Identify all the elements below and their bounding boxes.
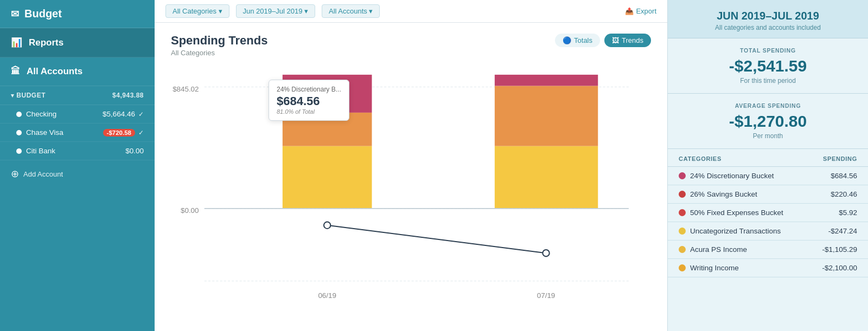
rp-avg-value: -$1,270.80 — [679, 112, 857, 131]
trends-button[interactable]: 🖼 Trends — [604, 34, 651, 47]
category-amount: $220.46 — [831, 190, 857, 198]
sidebar-item-label-accounts: All Accounts — [27, 66, 82, 77]
totals-button[interactable]: 🔵 Totals — [555, 34, 600, 47]
account-amount-citi: $0.00 — [125, 147, 144, 155]
rp-avg-sub: Per month — [679, 132, 857, 140]
bar-jul-fixed — [495, 146, 598, 209]
main-content: All Categories ▾ Jun 2019–Jul 2019 ▾ All… — [155, 0, 667, 331]
budget-label: ▾ BUDGET — [11, 92, 46, 99]
category-name: Writing Income — [690, 264, 739, 272]
category-list: 24% Discretionary Bucket $684.56 26% Sav… — [668, 167, 868, 277]
rp-avg-label: AVERAGE SPENDING — [679, 102, 857, 109]
category-amount: -$1,105.29 — [822, 245, 857, 254]
budget-total: $4,943.88 — [112, 92, 144, 99]
category-amount: $684.56 — [831, 172, 857, 180]
bank-icon: 🏛 — [11, 66, 20, 77]
chart-svg: $845.02 $0.00 — [171, 63, 651, 320]
rp-total-label: TOTAL SPENDING — [679, 47, 857, 54]
category-dot — [679, 191, 686, 198]
bar-jun-fixed — [283, 146, 372, 209]
trend-dot-jun — [324, 222, 330, 229]
category-row: Acura PS Income -$1,105.29 — [668, 241, 868, 259]
right-panel: JUN 2019–JUL 2019 All categories and acc… — [667, 0, 868, 331]
svg-text:$0.00: $0.00 — [181, 206, 199, 215]
category-name: 26% Savings Bucket — [690, 190, 757, 198]
add-circle-icon: ⊕ — [11, 168, 19, 180]
category-name: 50% Fixed Expenses Bucket — [690, 209, 783, 217]
category-row: Uncategorized Transactions -$247.24 — [668, 222, 868, 241]
sidebar-item-all-accounts[interactable]: 🏛 All Accounts — [0, 57, 155, 86]
account-name-citi: Citi Bank — [26, 147, 55, 155]
chart-icon: 🖼 — [612, 36, 619, 44]
filter-categories[interactable]: All Categories ▾ — [165, 4, 229, 18]
app-title: Budget — [24, 8, 62, 20]
chart-header: Spending Trends All Categories 🔵 Totals … — [171, 34, 651, 57]
chart-subtitle: All Categories — [171, 49, 267, 57]
category-amount: $5.92 — [839, 209, 857, 217]
rp-date-section: JUN 2019–JUL 2019 All categories and acc… — [668, 0, 868, 38]
rp-avg-spending: AVERAGE SPENDING -$1,270.80 Per month — [668, 94, 868, 149]
category-dot — [679, 264, 686, 271]
account-citi-bank[interactable]: Citi Bank $0.00 — [0, 142, 155, 160]
export-button[interactable]: 📤 Export — [625, 7, 656, 15]
rp-date-sub: All categories and accounts included — [679, 24, 857, 31]
top-bar: All Categories ▾ Jun 2019–Jul 2019 ▾ All… — [155, 0, 667, 23]
account-dot-chase — [16, 130, 22, 135]
category-name: Acura PS Income — [690, 245, 747, 254]
rp-total-spending: TOTAL SPENDING -$2,541.59 For this time … — [668, 38, 868, 94]
add-account-label: Add Account — [23, 170, 63, 178]
rp-total-sub: For this time period — [679, 77, 857, 85]
category-row: 26% Savings Bucket $220.46 — [668, 185, 868, 204]
bar-jul-savings — [495, 86, 598, 146]
account-dot-citi — [16, 148, 22, 154]
account-amount-chase: -$720.58 — [103, 129, 135, 137]
filter-date[interactable]: Jun 2019–Jul 2019 ▾ — [236, 4, 315, 18]
category-dot — [679, 172, 686, 179]
sidebar-item-reports[interactable]: 📊 Reports — [0, 28, 155, 57]
trend-dot-jul — [542, 250, 549, 256]
svg-text:07/19: 07/19 — [537, 291, 555, 300]
pie-icon: 🔵 — [563, 36, 571, 44]
chart-area: Spending Trends All Categories 🔵 Totals … — [155, 23, 667, 331]
category-name: 24% Discretionary Bucket — [690, 172, 774, 180]
category-amount: -$2,100.00 — [822, 264, 857, 272]
rp-date-title: JUN 2019–JUL 2019 — [679, 10, 857, 22]
check-icon-checking: ✓ — [138, 111, 144, 118]
filter-accounts[interactable]: All Accounts ▾ — [322, 4, 380, 18]
category-row: 50% Fixed Expenses Bucket $5.92 — [668, 204, 868, 222]
spending-column-label: SPENDING — [823, 155, 857, 162]
app-header: ✉ Budget — [0, 0, 155, 28]
account-chase-visa[interactable]: Chase Visa -$720.58 ✓ — [0, 124, 155, 142]
category-dot — [679, 209, 686, 216]
export-icon: 📤 — [625, 7, 634, 15]
rp-total-value: -$2,541.59 — [679, 57, 857, 75]
svg-text:06/19: 06/19 — [318, 291, 336, 300]
add-account-button[interactable]: ⊕ Add Account — [0, 160, 155, 187]
category-dot — [679, 246, 686, 253]
account-name-checking: Checking — [26, 110, 56, 118]
envelope-icon: ✉ — [11, 8, 19, 20]
chart-title: Spending Trends — [171, 34, 267, 48]
account-amount-checking: $5,664.46 — [103, 110, 135, 118]
sidebar-item-label-reports: Reports — [29, 37, 63, 48]
check-icon-chase: ✓ — [138, 129, 144, 137]
sidebar: ✉ Budget 📊 Reports 🏛 All Accounts ▾ BUDG… — [0, 0, 155, 331]
category-row: Writing Income -$2,100.00 — [668, 259, 868, 277]
categories-column-label: CATEGORIES — [679, 155, 722, 162]
bar-jul-disc — [495, 75, 598, 86]
chart-wrapper: 24% Discretionary B... $684.56 81.0% of … — [171, 63, 651, 320]
category-amount: -$247.24 — [828, 227, 857, 235]
bar-jun-disc — [283, 75, 372, 113]
category-dot — [679, 228, 686, 235]
bar-jun-savings — [283, 113, 372, 146]
chart-controls: 🔵 Totals 🖼 Trends — [555, 34, 651, 47]
budget-section-header: ▾ BUDGET $4,943.88 — [0, 86, 155, 105]
account-dot — [16, 112, 22, 117]
category-row: 24% Discretionary Bucket $684.56 — [668, 167, 868, 185]
account-checking[interactable]: Checking $5,664.46 ✓ — [0, 105, 155, 124]
reports-icon: 📊 — [11, 37, 22, 48]
trend-line — [327, 225, 546, 253]
account-name-chase: Chase Visa — [26, 128, 63, 137]
category-name: Uncategorized Transactions — [690, 227, 781, 235]
svg-text:$845.02: $845.02 — [173, 85, 199, 93]
